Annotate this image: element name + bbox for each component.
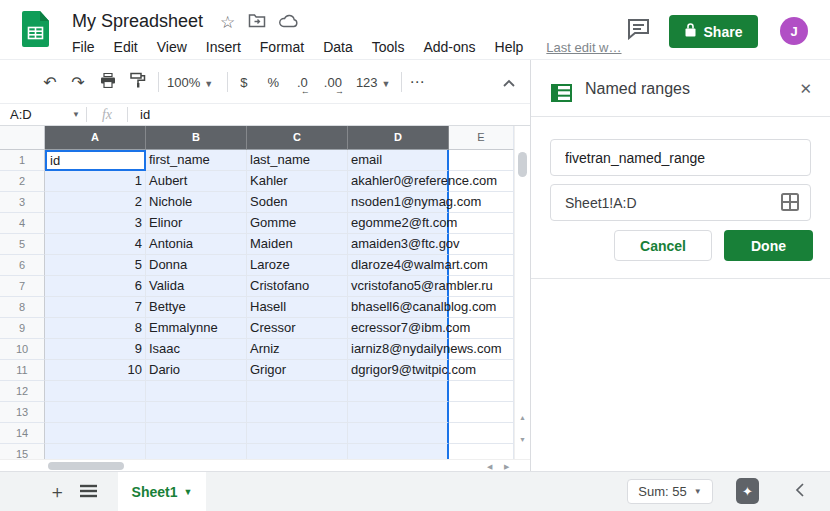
grid-cell[interactable]: Emmalynne bbox=[146, 318, 247, 339]
grid-cell[interactable]: 7 bbox=[45, 297, 146, 318]
grid-cell[interactable]: Hasell bbox=[247, 297, 348, 318]
grid-cell[interactable]: Isaac bbox=[146, 339, 247, 360]
grid-cell[interactable]: email bbox=[348, 150, 449, 171]
share-button[interactable]: Share bbox=[669, 15, 758, 48]
grid-cell[interactable]: Antonia bbox=[146, 234, 247, 255]
menu-add-ons[interactable]: Add-ons bbox=[423, 39, 475, 55]
grid-cell[interactable] bbox=[247, 423, 348, 444]
print-icon[interactable] bbox=[96, 73, 120, 92]
grid-cell[interactable] bbox=[247, 381, 348, 402]
grid-cell[interactable]: nsoden1@nymag.com bbox=[348, 192, 449, 213]
grid-cell[interactable]: Bettye bbox=[146, 297, 247, 318]
row-header-5[interactable]: 5 bbox=[0, 234, 45, 255]
row-header-7[interactable]: 7 bbox=[0, 276, 45, 297]
grid-cell[interactable]: ecressor7@ibm.com bbox=[348, 318, 449, 339]
decrease-decimal-button[interactable]: .0← bbox=[297, 75, 308, 90]
grid-cell[interactable] bbox=[146, 402, 247, 423]
menu-file[interactable]: File bbox=[72, 39, 95, 55]
grid-cell[interactable]: bhasell6@canalblog.com bbox=[348, 297, 449, 318]
document-title[interactable]: My Spreadsheet bbox=[72, 11, 203, 32]
menu-data[interactable]: Data bbox=[323, 39, 353, 55]
grid-cell[interactable]: 10 bbox=[45, 360, 146, 381]
grid-cell[interactable]: Maiden bbox=[247, 234, 348, 255]
grid-cell[interactable] bbox=[45, 402, 146, 423]
cancel-button[interactable]: Cancel bbox=[614, 230, 712, 261]
grid-cell[interactable]: Arniz bbox=[247, 339, 348, 360]
grid-cell[interactable]: Donna bbox=[146, 255, 247, 276]
row-header-10[interactable]: 10 bbox=[0, 339, 45, 360]
col-header-b[interactable]: B bbox=[146, 126, 247, 150]
menu-view[interactable]: View bbox=[157, 39, 187, 55]
row-header-12[interactable]: 12 bbox=[0, 381, 45, 402]
grid-cell[interactable]: iarniz8@nydailynews.com bbox=[348, 339, 449, 360]
vertical-scrollbar-thumb[interactable] bbox=[518, 152, 527, 177]
close-icon[interactable]: ✕ bbox=[799, 81, 812, 97]
grid-cell[interactable]: Laroze bbox=[247, 255, 348, 276]
format-currency-button[interactable]: $ bbox=[240, 75, 247, 90]
col-header-c[interactable]: C bbox=[247, 126, 348, 150]
grid-cell[interactable]: vcristofano5@rambler.ru bbox=[348, 276, 449, 297]
grid-cell[interactable]: 1 bbox=[45, 171, 146, 192]
grid-cell[interactable] bbox=[146, 444, 247, 459]
horizontal-scrollbar[interactable]: ◀ ▶ bbox=[0, 459, 530, 471]
formula-input[interactable]: id bbox=[128, 107, 150, 122]
sheet-tab[interactable]: Sheet1 ▼ bbox=[118, 472, 206, 511]
row-header-14[interactable]: 14 bbox=[0, 423, 45, 444]
col-header-a[interactable]: A bbox=[45, 126, 146, 150]
vertical-scrollbar[interactable]: ▲ ▼ bbox=[514, 126, 529, 459]
grid-cell[interactable]: Soden bbox=[247, 192, 348, 213]
range-name-input[interactable] bbox=[550, 139, 811, 176]
scroll-down-icon[interactable]: ▼ bbox=[519, 436, 526, 443]
grid-cell[interactable] bbox=[449, 381, 514, 402]
sum-indicator[interactable]: Sum: 55 ▼ bbox=[627, 479, 713, 504]
grid-cell[interactable]: dlaroze4@walmart.com bbox=[348, 255, 449, 276]
grid-cell[interactable]: egomme2@ft.com bbox=[348, 213, 449, 234]
name-box[interactable]: A:D ▼ bbox=[0, 107, 86, 122]
grid-cell[interactable] bbox=[247, 444, 348, 459]
row-header-9[interactable]: 9 bbox=[0, 318, 45, 339]
grid-cell[interactable]: Cressor bbox=[247, 318, 348, 339]
menu-insert[interactable]: Insert bbox=[206, 39, 241, 55]
grid-cell[interactable] bbox=[348, 444, 449, 459]
menu-help[interactable]: Help bbox=[495, 39, 524, 55]
row-header-6[interactable]: 6 bbox=[0, 255, 45, 276]
grid-cell[interactable]: 4 bbox=[45, 234, 146, 255]
col-header-d[interactable]: D bbox=[348, 126, 449, 150]
last-edit-link[interactable]: Last edit w… bbox=[546, 40, 621, 55]
format-percent-button[interactable]: % bbox=[267, 75, 279, 90]
add-sheet-icon[interactable]: ＋ bbox=[48, 483, 66, 501]
grid-cell[interactable] bbox=[146, 423, 247, 444]
menu-tools[interactable]: Tools bbox=[372, 39, 405, 55]
scroll-up-icon[interactable]: ▲ bbox=[519, 414, 526, 421]
scroll-right-icon[interactable]: ▶ bbox=[504, 463, 509, 470]
grid-cell[interactable]: first_name bbox=[146, 150, 247, 171]
collapse-panel-icon[interactable] bbox=[794, 482, 806, 502]
done-button[interactable]: Done bbox=[724, 230, 813, 261]
row-header-13[interactable]: 13 bbox=[0, 402, 45, 423]
account-avatar[interactable]: J bbox=[780, 17, 808, 45]
grid-cell[interactable]: dgrigor9@twitpic.com bbox=[348, 360, 449, 381]
grid-cell[interactable]: Gomme bbox=[247, 213, 348, 234]
row-header-4[interactable]: 4 bbox=[0, 213, 45, 234]
grid-cell[interactable]: 2 bbox=[45, 192, 146, 213]
grid-cell[interactable] bbox=[348, 423, 449, 444]
grid-cell[interactable] bbox=[45, 423, 146, 444]
grid-cell[interactable]: amaiden3@ftc.gov bbox=[348, 234, 449, 255]
all-sheets-icon[interactable] bbox=[80, 483, 97, 501]
grid-cell[interactable] bbox=[247, 402, 348, 423]
zoom-select[interactable]: 100%▼ bbox=[167, 75, 213, 90]
grid-cell[interactable] bbox=[449, 213, 514, 234]
grid-cell[interactable] bbox=[45, 444, 146, 459]
grid-cell[interactable] bbox=[449, 402, 514, 423]
grid-cell[interactable]: Cristofano bbox=[247, 276, 348, 297]
grid-cell[interactable] bbox=[348, 402, 449, 423]
star-icon[interactable]: ☆ bbox=[220, 14, 235, 32]
grid-cell[interactable] bbox=[146, 381, 247, 402]
more-toolbar-button[interactable]: ⋯ bbox=[410, 73, 426, 91]
undo-icon[interactable]: ↶ bbox=[38, 73, 62, 92]
row-header-15[interactable]: 15 bbox=[0, 444, 45, 459]
scroll-left-icon[interactable]: ◀ bbox=[487, 463, 492, 470]
row-header-1[interactable]: 1 bbox=[0, 150, 45, 171]
paint-format-icon[interactable] bbox=[126, 72, 150, 92]
row-header-2[interactable]: 2 bbox=[0, 171, 45, 192]
